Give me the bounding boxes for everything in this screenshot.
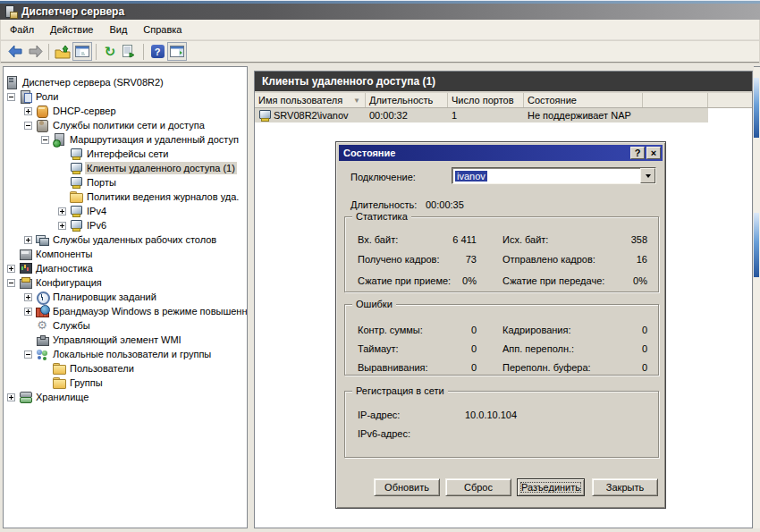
menu-вид[interactable]: Вид <box>104 21 132 38</box>
tree-item[interactable]: Диспетчер сервера (SRV08R2) <box>4 75 247 89</box>
stat-label: IPv6-адрес: <box>358 428 410 439</box>
window-titlebar[interactable]: Диспетчер сервера <box>0 0 760 20</box>
expand-spacer <box>7 250 15 258</box>
group-box-title: Ошибки <box>352 299 396 309</box>
tree-item-label[interactable]: Интерфейсы сети <box>85 148 170 160</box>
expand-box[interactable] <box>58 207 66 215</box>
table-cell-text: SRV08R2\ivanov <box>274 110 349 121</box>
dialog-close-button[interactable]: × <box>646 147 661 159</box>
console-tree-button[interactable] <box>72 42 92 61</box>
help-button[interactable]: ? <box>148 42 167 61</box>
tree-item-label[interactable]: Диагностика <box>34 262 95 274</box>
tree-item-label[interactable]: Конфигурация <box>34 276 104 289</box>
stat-value: 0 <box>417 325 477 335</box>
column-header[interactable]: Состояние <box>524 93 643 107</box>
combobox-dropdown-button[interactable] <box>640 168 655 183</box>
expand-box[interactable] <box>58 222 66 230</box>
tree-item-label[interactable]: Планировщик заданий <box>51 291 158 303</box>
up-one-level-button[interactable] <box>53 42 72 61</box>
column-header-label: Имя пользователя <box>258 95 342 106</box>
export-list-button[interactable] <box>120 42 139 61</box>
results-pane-header: Клиенты удаленного доступа (1) <box>255 72 752 93</box>
tree-item[interactable]: Маршрутизация и удаленный доступ <box>4 132 247 147</box>
column-header[interactable]: Имя пользователя▼ <box>255 93 366 107</box>
tree-item-label[interactable]: Политики ведения журналов уда. <box>85 190 241 203</box>
tree-item[interactable]: Службы удаленных рабочих столов <box>4 232 247 247</box>
tree-item-label[interactable]: IPv4 <box>85 205 108 217</box>
tree-item-label[interactable]: Службы <box>51 319 92 332</box>
tree-item-label[interactable]: Брандмауэр Windows в режиме повышенн <box>51 305 248 317</box>
tree-item-label[interactable]: Компоненты <box>34 248 94 260</box>
tree-item[interactable]: ⚙Службы <box>4 318 247 333</box>
dialog-button[interactable]: Сброс <box>445 478 511 496</box>
stat-value: 0 <box>417 343 477 354</box>
expand-spacer <box>58 193 66 201</box>
show-action-pane-button[interactable] <box>167 42 187 61</box>
results-pane-title: Клиенты удаленного доступа (1) <box>262 75 435 88</box>
tree-item[interactable]: Управляющий элемент WMI <box>4 333 247 347</box>
tree-item-label[interactable]: Роли <box>34 90 60 103</box>
tree-item-label[interactable]: Маршрутизация и удаленный доступ <box>68 133 241 146</box>
tree-item[interactable]: Порты <box>4 175 247 190</box>
tree-item[interactable]: Хранилище <box>4 390 247 404</box>
tree-item-label[interactable]: Хранилище <box>34 391 90 403</box>
menu-действие[interactable]: Действие <box>45 21 98 38</box>
tree-item[interactable]: Брандмауэр Windows в режиме повышенн <box>4 304 247 318</box>
tree-item-label[interactable]: Порты <box>85 176 118 189</box>
tree-item-label[interactable]: Клиенты удаленного доступа (1) <box>85 162 237 174</box>
expand-box[interactable] <box>7 393 15 401</box>
collapse-box[interactable] <box>24 122 32 130</box>
tree-item-label[interactable]: Диспетчер сервера (SRV08R2) <box>21 76 165 89</box>
tree-item[interactable]: IPv6 <box>4 218 247 232</box>
tree-item[interactable]: Политики ведения журналов уда. <box>4 190 247 204</box>
tree-item[interactable]: Роли <box>4 89 247 104</box>
back-button[interactable] <box>5 42 25 61</box>
collapse-box[interactable] <box>7 279 15 287</box>
tree-item[interactable]: Группы <box>4 376 247 390</box>
dialog-titlebar[interactable]: Состояние ? × <box>339 145 663 161</box>
tree-item-label[interactable]: DHCP-сервер <box>51 105 118 117</box>
connection-combobox[interactable]: ivanov <box>452 167 656 184</box>
dialog-button[interactable]: Обновить <box>374 478 440 496</box>
tree-item[interactable]: Клиенты удаленного доступа (1) <box>4 161 247 175</box>
dialog-help-button[interactable]: ? <box>630 147 645 159</box>
tree-item[interactable]: Локальные пользователи и группы <box>4 347 247 361</box>
tree-item-label[interactable]: Группы <box>68 376 105 389</box>
collapse-box[interactable] <box>24 350 32 359</box>
dialog-button[interactable]: Разъединить <box>517 478 585 496</box>
tree-item[interactable]: DHCP-сервер <box>4 104 247 118</box>
tree-item-label[interactable]: Пользователи <box>68 362 136 375</box>
forward-button[interactable] <box>25 42 45 61</box>
stat-value: 6 411 <box>417 234 477 245</box>
tree-item-label[interactable]: Службы удаленных рабочих столов <box>51 233 218 246</box>
tree-item-label[interactable]: IPv6 <box>85 219 108 232</box>
tree-item-label[interactable]: Локальные пользователи и группы <box>51 348 213 360</box>
collapse-box[interactable] <box>7 93 15 101</box>
refresh-button[interactable]: ↻ <box>100 42 120 61</box>
menu-справка[interactable]: Справка <box>138 21 187 38</box>
expand-box[interactable] <box>24 293 32 301</box>
tree-item[interactable]: Интерфейсы сети <box>4 147 247 161</box>
expand-box[interactable] <box>24 236 32 244</box>
tree-item[interactable]: Пользователи <box>4 361 247 376</box>
collapse-box[interactable] <box>41 136 49 144</box>
tree-item-label[interactable]: Службы политики сети и доступа <box>51 119 207 131</box>
tree-item[interactable]: Компоненты <box>4 247 247 261</box>
column-header[interactable]: Длительность <box>366 93 448 107</box>
expand-box[interactable] <box>24 107 32 115</box>
tree-item[interactable]: IPv4 <box>4 204 247 218</box>
expand-box[interactable] <box>24 308 32 316</box>
expand-box[interactable] <box>7 265 15 273</box>
tree-item[interactable]: Диагностика <box>4 261 247 275</box>
tree-item[interactable]: Конфигурация <box>4 275 247 290</box>
table-row[interactable]: SRV08R2\ivanov00:00:321Не поддерживает N… <box>255 108 708 122</box>
dhcp-icon <box>36 105 48 117</box>
column-header[interactable]: Число портов <box>448 93 524 107</box>
table-header-row: Имя пользователя▼ДлительностьЧисло порто… <box>255 93 752 108</box>
tree-item[interactable]: Службы политики сети и доступа <box>4 118 247 132</box>
tree-item-label[interactable]: Управляющий элемент WMI <box>51 334 183 346</box>
column-header[interactable] <box>643 93 708 107</box>
tree-item[interactable]: Планировщик заданий <box>4 290 247 304</box>
dialog-button[interactable]: Закрыть <box>592 478 658 496</box>
menu-файл[interactable]: Файл <box>4 21 39 38</box>
